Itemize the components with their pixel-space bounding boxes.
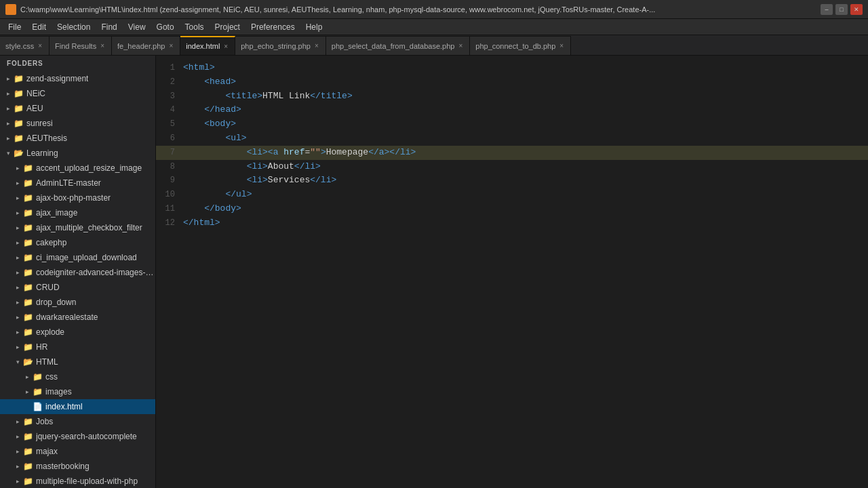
menu-item-selection[interactable]: Selection [52, 20, 96, 34]
tab-close-icon[interactable]: × [558, 41, 565, 50]
tree-item-ci-image-upload-download[interactable]: ▸📁ci_image_upload_download [0, 250, 155, 265]
folder-icon: 📁 [23, 417, 33, 426]
tree-item-label: majax [36, 447, 58, 456]
line-content[interactable]: </ul> [183, 188, 252, 202]
tab-label: php_select_data_from_database.php [332, 42, 455, 50]
tree-item-label: explode [36, 327, 64, 337]
tree-item-masterbooking[interactable]: ▸📁masterbooking [0, 459, 155, 474]
line-number: 1 [156, 62, 183, 75]
maximize-button[interactable]: □ [835, 4, 848, 15]
code-line-11: 11 </body> [156, 202, 868, 216]
line-content[interactable]: <head> [183, 75, 236, 89]
folder-icon: 📁 [23, 447, 33, 456]
tab-close-icon[interactable]: × [457, 41, 464, 50]
menu-bar: FileEditSelectionFindViewGotoToolsProjec… [0, 19, 868, 35]
tree-item-jquery-search-autocomplete[interactable]: ▸📁jquery-search-autocomplete [0, 429, 155, 444]
tree-arrow-icon: ▸ [12, 314, 23, 321]
tab-close-icon[interactable]: × [222, 42, 229, 51]
close-button[interactable]: ✕ [850, 4, 863, 15]
tree-item-zend-assignment[interactable]: ▸📁zend-assignment [0, 71, 155, 86]
tab-Find Results[interactable]: Find Results× [50, 36, 112, 55]
tree-item-label: accent_upload_resize_image [36, 163, 142, 173]
line-number: 11 [156, 203, 183, 216]
tab-close-icon[interactable]: × [99, 41, 106, 50]
line-content[interactable]: </html> [183, 216, 220, 230]
line-content[interactable]: <html> [183, 61, 215, 75]
tree-item-multiple-file-upload-with-php[interactable]: ▸📁multiple-file-upload-with-php [0, 474, 155, 488]
tree-item-Learning[interactable]: ▾📂Learning [0, 146, 155, 161]
tree-item-cakephp[interactable]: ▸📁cakephp [0, 235, 155, 250]
tree-item-HTML[interactable]: ▾📂HTML [0, 354, 155, 369]
tree-item-HR[interactable]: ▸📁HR [0, 340, 155, 354]
menu-item-view[interactable]: View [123, 20, 151, 34]
tree-arrow-icon: ▸ [12, 418, 23, 425]
tab-close-icon[interactable]: × [313, 41, 320, 50]
tree-item-css[interactable]: ▸📁css [0, 369, 155, 384]
tree-item-ajax-multiple-checkbox-filter[interactable]: ▸📁ajax_multiple_checkbox_filter [0, 220, 155, 235]
tree-item-drop-down[interactable]: ▸📁drop_down [0, 295, 155, 310]
menu-item-file[interactable]: File [3, 20, 26, 34]
tree-item-ajax-box-php-master[interactable]: ▸📁ajax-box-php-master [0, 190, 155, 205]
line-content[interactable]: <ul> [183, 131, 247, 146]
tab-php_select_data_from_database-php[interactable]: php_select_data_from_database.php× [326, 36, 470, 55]
line-number: 2 [156, 76, 183, 89]
line-content[interactable]: <li><a href="">Homepage</a></li> [183, 146, 416, 160]
menu-item-edit[interactable]: Edit [26, 20, 52, 34]
tab-fe_header-php[interactable]: fe_header.php× [112, 36, 180, 55]
tree-arrow-icon: ▸ [3, 135, 14, 142]
folder-icon: 📁 [14, 119, 24, 128]
tree-arrow-icon: ▸ [3, 90, 14, 97]
menu-item-project[interactable]: Project [210, 20, 245, 34]
folder-icon: 📁 [23, 312, 33, 322]
tree-item-majax[interactable]: ▸📁majax [0, 444, 155, 459]
tree-item-index-html[interactable]: 📄index.html [0, 399, 155, 414]
minimize-button[interactable]: – [821, 4, 833, 15]
tree-item-label: ci_image_upload_download [36, 253, 137, 262]
tree-item-images[interactable]: ▸📁images [0, 384, 155, 399]
tree-item-ajax-image[interactable]: ▸📁ajax_image [0, 205, 155, 220]
menu-item-preferences[interactable]: Preferences [245, 20, 300, 34]
tree-item-sunresi[interactable]: ▸📁sunresi [0, 116, 155, 131]
line-content[interactable]: <body> [183, 117, 236, 131]
menu-item-goto[interactable]: Goto [151, 20, 180, 34]
line-content[interactable]: </head> [183, 103, 241, 117]
tab-style-css[interactable]: style.css× [0, 36, 50, 55]
tree-arrow-icon: ▸ [12, 299, 23, 306]
code-editor[interactable]: 1<html>2 <head>3 <title>HTML Link</title… [156, 56, 868, 488]
tree-arrow-icon: ▸ [12, 165, 23, 171]
tree-item-AdminLTE-master[interactable]: ▸📁AdminLTE-master [0, 176, 155, 190]
line-content[interactable]: <title>HTML Link</title> [183, 89, 353, 104]
tree-item-explode[interactable]: ▸📁explode [0, 325, 155, 340]
menu-item-tools[interactable]: Tools [180, 20, 210, 34]
tree-item-accent-upload-resize-image[interactable]: ▸📁accent_upload_resize_image [0, 161, 155, 176]
tree-item-label: AEUThesis [26, 134, 67, 143]
folder-icon: 📁 [14, 134, 24, 143]
line-content[interactable]: <li>Services</li> [183, 174, 336, 188]
tree-item-label: css [45, 372, 58, 382]
line-content[interactable]: </body> [183, 202, 241, 216]
tree-item-dwarkarealestate[interactable]: ▸📁dwarkarealestate [0, 310, 155, 325]
tab-close-icon[interactable]: × [37, 41, 43, 50]
tree-item-NEiC[interactable]: ▸📁NEiC [0, 86, 155, 101]
line-number: 10 [156, 188, 183, 201]
tab-php_echo_string-php[interactable]: php_echo_string.php× [235, 36, 326, 55]
menu-item-help[interactable]: Help [300, 20, 328, 34]
folder-icon: 📁 [23, 208, 33, 218]
tab-index-html[interactable]: index.html× [180, 36, 235, 55]
tree-item-AEU[interactable]: ▸📁AEU [0, 101, 155, 116]
tree-item-CRUD[interactable]: ▸📁CRUD [0, 280, 155, 295]
tree-arrow-icon: ▸ [12, 239, 23, 246]
tree-item-codeigniter-advanced-images-maste[interactable]: ▸📁codeigniter-advanced-images-maste [0, 265, 155, 280]
tab-close-icon[interactable]: × [167, 41, 174, 50]
tab-php_connect_to_db-php[interactable]: php_connect_to_db.php× [470, 36, 571, 55]
line-content[interactable]: <li>About</li> [183, 160, 321, 174]
tree-item-label: cakephp [36, 238, 66, 247]
app-icon [5, 4, 16, 15]
tree-item-AEUThesis[interactable]: ▸📁AEUThesis [0, 131, 155, 146]
tree-arrow-icon: ▸ [22, 373, 33, 380]
tree-item-Jobs[interactable]: ▸📁Jobs [0, 414, 155, 429]
folder-icon: 📁 [23, 253, 33, 262]
tree-item-label: multiple-file-upload-with-php [36, 476, 138, 486]
tree-arrow-icon: ▸ [12, 448, 23, 455]
menu-item-find[interactable]: Find [96, 20, 122, 34]
